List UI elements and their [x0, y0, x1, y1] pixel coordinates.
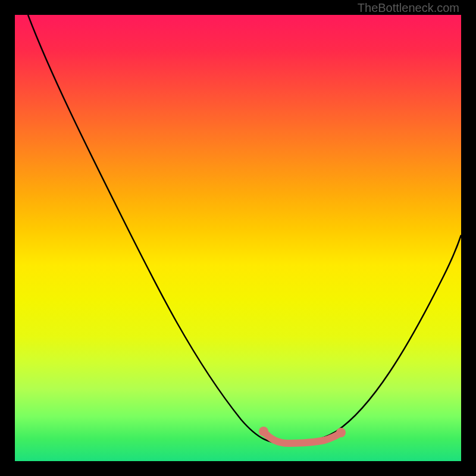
highlight-endpoint-left — [259, 427, 268, 436]
curve-svg — [15, 15, 461, 461]
highlight-segment-path — [264, 431, 341, 443]
chart-container: TheBottleneck.com — [0, 0, 476, 476]
plot-area — [15, 15, 461, 461]
watermark-text: TheBottleneck.com — [358, 1, 459, 15]
highlight-endpoint-right — [336, 428, 346, 437]
bottleneck-curve-path — [28, 15, 461, 443]
